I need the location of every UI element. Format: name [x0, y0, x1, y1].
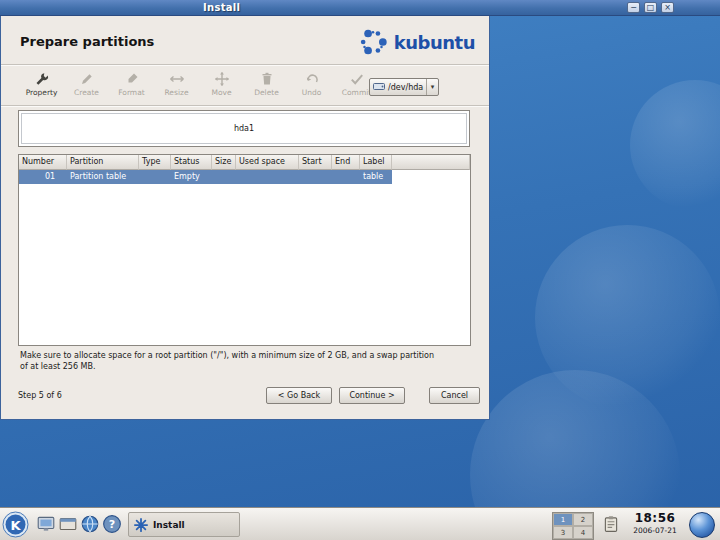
help-icon: ?: [102, 514, 122, 534]
pager-desktop-4[interactable]: 4: [573, 526, 593, 539]
kubuntu-logo-text: kubuntu: [394, 32, 475, 53]
window-titlebar[interactable]: Install − □ ×: [0, 0, 720, 16]
pager-desktop-1[interactable]: 1: [553, 513, 573, 526]
cell-end: [332, 170, 360, 184]
column-header-partition[interactable]: Partition: [67, 155, 139, 170]
klipper-tray-button[interactable]: [602, 515, 620, 533]
taskbar: K ?: [0, 507, 720, 540]
help-button[interactable]: ?: [102, 514, 122, 534]
clock-time: 18:56: [622, 511, 688, 525]
toolbar-undo-button[interactable]: Undo: [289, 69, 334, 103]
desktop-icon: [58, 514, 78, 534]
pencil-icon: [79, 71, 95, 87]
minimize-button[interactable]: −: [627, 2, 640, 13]
separator: [1, 64, 489, 66]
brush-icon: [124, 71, 140, 87]
maximize-button[interactable]: □: [644, 2, 657, 13]
column-header-type[interactable]: Type: [139, 155, 171, 170]
close-button[interactable]: ×: [661, 2, 674, 13]
cell-type: [139, 170, 171, 184]
kmenu-icon: K: [2, 511, 29, 538]
show-desktop-button[interactable]: [58, 514, 78, 534]
system-button[interactable]: [36, 514, 56, 534]
install-window: Prepare partitions kubuntu: [0, 16, 490, 420]
partition-bar[interactable]: hda1: [18, 110, 470, 147]
go-back-button[interactable]: < Go Back: [266, 387, 332, 404]
partition-table: Number Partition Type Status Size Used s…: [18, 154, 471, 346]
cell-partition: Partition table: [67, 170, 139, 184]
column-header-end[interactable]: End: [332, 155, 360, 170]
taskbar-task-install[interactable]: Install: [128, 512, 240, 537]
cell-used-space: [236, 170, 299, 184]
cell-label: table: [360, 170, 392, 184]
window-title: Install: [203, 2, 240, 13]
dropdown-arrow-icon: ▾: [426, 79, 438, 95]
table-header: Number Partition Type Status Size Used s…: [19, 155, 470, 170]
web-browser-button[interactable]: [80, 514, 100, 534]
cell-size: [212, 170, 236, 184]
resize-arrows-icon: [169, 71, 185, 87]
kubuntu-logo: kubuntu: [356, 26, 475, 58]
move-arrows-icon: [214, 71, 230, 87]
cell-number: 01: [19, 170, 67, 184]
note-line-1: Make sure to allocate space for a root p…: [20, 350, 434, 361]
column-header-used-space[interactable]: Used space: [236, 155, 299, 170]
table-row[interactable]: 01 Partition table Empty table: [19, 170, 470, 184]
cell-start: [299, 170, 332, 184]
globe-icon: [80, 514, 100, 534]
toolbar-create-button[interactable]: Create: [64, 69, 109, 103]
column-header-number[interactable]: Number: [19, 155, 67, 170]
column-header-status[interactable]: Status: [171, 155, 212, 170]
clipboard-icon: [602, 515, 620, 533]
kmenu-button[interactable]: K: [2, 511, 29, 538]
pager-desktop-3[interactable]: 3: [553, 526, 573, 539]
kubuntu-logo-icon: [356, 26, 390, 58]
device-select[interactable]: /dev/hda ▾: [369, 78, 439, 96]
continue-button[interactable]: Continue >: [339, 387, 405, 404]
separator: [1, 105, 489, 107]
partition-bar-segment[interactable]: hda1: [21, 113, 467, 144]
cancel-button[interactable]: Cancel: [429, 387, 480, 404]
partition-bar-label: hda1: [234, 124, 254, 133]
column-header-start[interactable]: Start: [299, 155, 332, 170]
column-header-filler: [392, 155, 470, 170]
toolbar-move-button[interactable]: Move: [199, 69, 244, 103]
column-header-size[interactable]: Size: [212, 155, 236, 170]
undo-arrow-icon: [304, 71, 320, 87]
device-select-value: /dev/hda: [388, 83, 423, 92]
step-indicator: Step 5 of 6: [18, 391, 62, 400]
clock-date: 2006-07-21: [622, 526, 688, 535]
pager-desktop-2[interactable]: 2: [573, 513, 593, 526]
panel-clock[interactable]: 18:56 2006-07-21: [622, 511, 688, 535]
checkmark-icon: [349, 71, 365, 87]
desktop: Install − □ × Prepare partitions: [0, 0, 720, 540]
note-text: Make sure to allocate space for a root p…: [20, 350, 434, 372]
panel-applet-ball-icon[interactable]: [689, 512, 715, 538]
wallpaper-bubble: [630, 80, 720, 210]
toolbar: Property Create Format Resize: [19, 69, 379, 103]
toolbar-property-button[interactable]: Property: [19, 69, 64, 103]
svg-text:K: K: [10, 518, 21, 533]
note-line-2: of at least 256 MB.: [20, 361, 434, 372]
trash-icon: [259, 71, 275, 87]
cell-status: Empty: [171, 170, 212, 184]
wrench-icon: [34, 71, 50, 87]
task-label: Install: [153, 520, 185, 530]
toolbar-delete-button[interactable]: Delete: [244, 69, 289, 103]
svg-text:?: ?: [109, 518, 115, 531]
harddisk-icon: [373, 81, 385, 94]
page-title: Prepare partitions: [20, 34, 154, 49]
desktop-pager: 1 2 3 4: [552, 512, 594, 540]
toolbar-resize-button[interactable]: Resize: [154, 69, 199, 103]
toolbar-format-button[interactable]: Format: [109, 69, 154, 103]
column-header-label[interactable]: Label: [360, 155, 392, 170]
titlebar-buttons: − □ ×: [627, 2, 674, 13]
install-task-icon: [134, 518, 148, 532]
cell-filler: [392, 170, 470, 184]
monitor-icon: [36, 514, 56, 534]
